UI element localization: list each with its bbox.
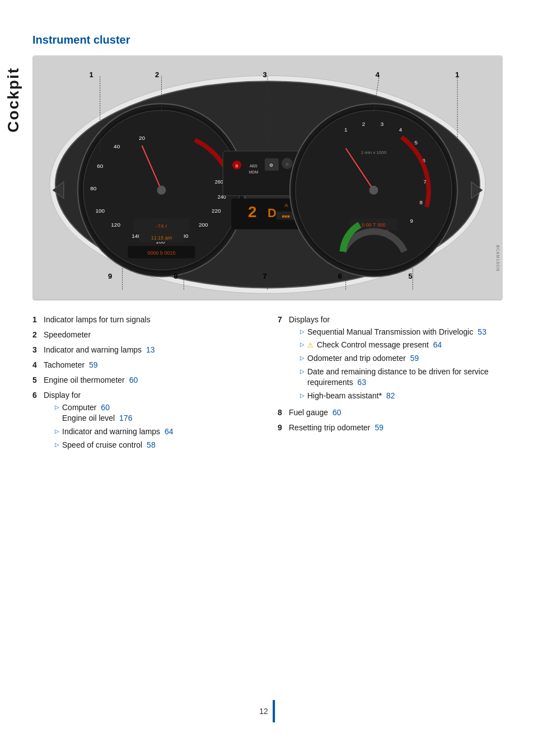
svg-text:200: 200 [199,222,208,228]
item-text-8: Fuel gauge 60 [289,407,512,419]
svg-text:3: 3 [381,121,384,127]
item-text-4: Tachometer 59 [44,359,266,371]
svg-text:4: 4 [399,126,402,133]
svg-text:11:15 am: 11:15 am [151,235,172,241]
ref-3[interactable]: 13 [146,345,155,354]
main-content: Instrument cluster [27,0,534,756]
sub-item-text-7-1: Sequential Manual Transmission with Driv… [307,327,512,338]
image-label-8-bottom: 8 [174,272,177,280]
item-text-5: Engine oil thermometer 60 [44,374,266,386]
bullet-7-1: ▷ [300,328,305,336]
ref-7-3[interactable]: 59 [410,354,419,363]
ref-8[interactable]: 60 [332,408,341,417]
instrument-cluster-image: 20 40 60 80 100 120 140 160 180 200 220 … [32,55,503,300]
sub-item-text-6-3: Speed of cruise control 58 [62,440,266,451]
ref-5[interactable]: 60 [129,375,138,384]
sub-item-text-7-4: Date and remaining distance to be driven… [307,367,512,388]
page-number: 12 [259,707,268,716]
asterisk-7-5: * [379,391,382,400]
ref-6-2[interactable]: 64 [165,427,174,436]
svg-text:80: 80 [90,185,97,191]
sidebar-label: Cockpit [4,67,22,133]
list-item-5: 5 Engine oil thermometer 60 [32,374,266,386]
svg-point-56 [369,186,378,195]
svg-text:20: 20 [139,135,146,141]
list-item-9: 9 Resetting trip odometer 59 [278,422,512,434]
warning-icon-7-2: ⚠ [307,341,313,349]
item-number-2: 2 [32,329,44,341]
sub-list-7: ▷ Sequential Manual Transmission with Dr… [300,327,512,402]
svg-text:0000 b 0015: 0000 b 0015 [148,250,176,256]
item-text-9: Resetting trip odometer 59 [289,422,512,434]
svg-point-20 [157,186,166,195]
svg-text:D: D [268,206,277,220]
svg-text:2: 2 [248,203,257,220]
list-section: 1 Indicator lamps for turn signals 2 Spe… [32,314,512,456]
svg-text:5: 5 [415,139,418,145]
sub-item-7-5: ▷ High-beam assistant* 82 [300,391,512,402]
ref-6-1b[interactable]: 176 [119,414,132,422]
image-label-3-top: 3 [263,71,267,79]
list-col-left: 1 Indicator lamps for turn signals 2 Spe… [32,314,266,456]
sub-item-7-3: ▷ Odometer and trip odometer 59 [300,353,512,364]
item-number-6: 6 [32,389,44,401]
image-label-5-bottom: 5 [408,272,412,280]
ref-7-5[interactable]: 82 [386,391,395,400]
sub-item-text-7-3: Odometer and trip odometer 59 [307,353,512,364]
item-number-1: 1 [32,314,44,326]
image-label-7-bottom: 7 [263,272,267,280]
list-item-3: 3 Indicator and warning lamps 13 [32,344,266,356]
ref-7-2[interactable]: 64 [433,340,442,349]
sub-item-text-6-1: Computer 60Engine oil level 176 [62,402,266,424]
sidebar: Cockpit [0,0,27,756]
svg-text:A: A [284,202,288,208]
image-label-1-topright: 1 [455,71,459,79]
list-item-6: 6 Display for ▷ Computer 60Engine oil le… [32,389,266,453]
item-number-8: 8 [278,407,289,419]
svg-text:40: 40 [114,143,120,149]
list-item-4: 4 Tachometer 59 [32,359,266,371]
sub-item-text-7-2: ⚠ Check Control message present 64 [307,340,512,351]
item-number-9: 9 [278,422,289,434]
sub-item-7-2: ▷ ⚠ Check Control message present 64 [300,340,512,351]
item-number-3: 3 [32,344,44,356]
svg-text:ABS: ABS [250,164,257,168]
image-label-4-top: 4 [376,71,380,79]
svg-text:⚙: ⚙ [269,163,273,168]
ref-4[interactable]: 59 [89,360,98,369]
item-text-2: Speedometer [44,329,266,341]
svg-text:9: 9 [410,218,414,224]
sub-item-6-1: ▷ Computer 60Engine oil level 176 [55,402,266,424]
image-label-9-bottom: 9 [108,272,112,280]
ref-6-1a[interactable]: 60 [101,403,110,412]
list-item-8: 8 Fuel gauge 60 [278,407,512,419]
image-label-1-topleft: 1 [90,71,93,79]
svg-text:60: 60 [97,163,104,169]
sub-item-6-3: ▷ Speed of cruise control 58 [55,440,266,451]
item-text-1: Indicator lamps for turn signals [44,314,266,326]
bullet-6-3: ▷ [55,441,59,449]
ref-6-3[interactable]: 58 [147,440,156,449]
sub-item-6-2: ▷ Indicator and warning lamps 64 [55,426,266,438]
sub-item-text-7-5: High-beam assistant* 82 [307,391,512,402]
list-item-7: 7 Displays for ▷ Sequential Manual Trans… [278,314,512,404]
bullet-7-4: ▷ [300,368,305,375]
sub-list-6: ▷ Computer 60Engine oil level 176 ▷ Indi… [55,402,266,450]
list-item-1: 1 Indicator lamps for turn signals [32,314,266,326]
item-number-5: 5 [32,374,44,386]
image-watermark: BCAM1SON [496,245,500,271]
svg-text:☆: ☆ [285,162,289,166]
svg-text:100: 100 [95,208,105,214]
ref-7-4[interactable]: 63 [358,378,367,387]
svg-text:260: 260 [215,179,223,185]
svg-text:8: 8 [420,199,423,205]
svg-text:MDM: MDM [249,170,259,174]
page-footer: 12 [259,700,275,722]
bullet-6-1: ▷ [55,403,59,411]
item-number-4: 4 [32,359,44,371]
ref-9[interactable]: 59 [374,423,383,432]
bullet-6-2: ▷ [55,428,59,435]
section-title: Instrument cluster [32,34,512,46]
ref-7-1[interactable]: 53 [477,327,486,336]
bullet-7-3: ▷ [300,354,305,362]
